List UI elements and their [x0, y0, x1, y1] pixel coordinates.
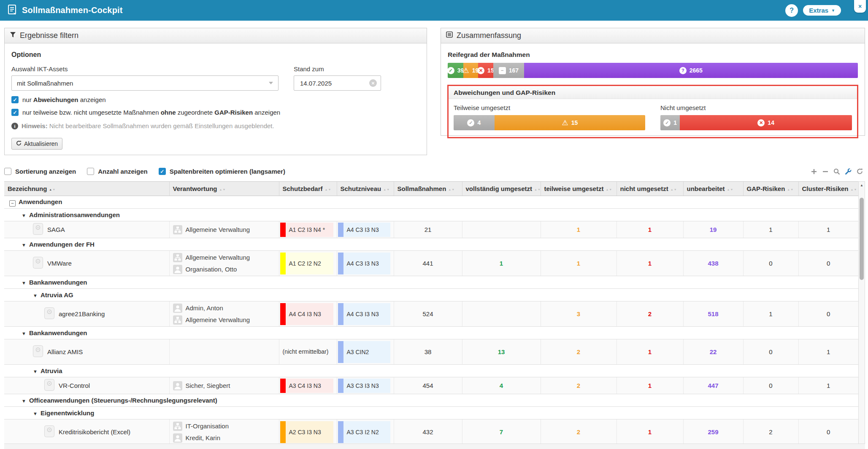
check-circle-icon: ✓ [467, 119, 474, 126]
page-title: Sollmaßnahmen-Cockpit [22, 5, 123, 15]
maturity-heading: Reifegrad der Maßnahmen [448, 51, 858, 59]
date-input[interactable]: 14.07.2025 ✕ [294, 75, 381, 91]
nicht-value: 1 [617, 419, 683, 445]
table-row-group[interactable]: ▼Atruvia [4, 365, 858, 377]
bar-segment-ohne-gap: ✓1 [660, 115, 680, 130]
triangle-down-icon[interactable]: ▼ [33, 411, 38, 416]
triangle-down-icon[interactable]: ▼ [22, 280, 26, 285]
responsible-name: Organisation, Otto [186, 264, 237, 274]
group-label: Anwendungen [19, 198, 62, 205]
asset-name[interactable]: Kreditrisikobericht (Excel) [59, 428, 130, 436]
help-button[interactable]: ? [785, 4, 798, 17]
question-icon: ? [790, 7, 794, 14]
extras-button[interactable]: Extras ▼ [803, 5, 841, 16]
triangle-down-icon[interactable]: ▼ [22, 331, 26, 336]
minus-square-icon: − [499, 67, 506, 74]
table-row-asset[interactable]: VR-ControlSicher, SiegbertA3 C4 I3 N3A3 … [4, 377, 858, 394]
bar-segment-nicht-bearbeitbar: −167 [493, 63, 524, 78]
column-header-3[interactable]: Schutzbedarf▲▼ [279, 182, 337, 196]
table-row-asset[interactable]: VMWareAllgemeine VerwaltungOrganisation,… [4, 251, 858, 276]
collapse-icon[interactable]: − [9, 200, 16, 207]
triangle-down-icon[interactable]: ▼ [33, 369, 38, 374]
zoom-in-icon[interactable] [811, 168, 817, 175]
column-header-11[interactable]: Cluster-Risiken▲▼ [798, 182, 858, 196]
ikt-assets-select[interactable]: mit Sollmaßnahmen [11, 75, 279, 91]
column-header-10[interactable]: GAP-Risiken▲▼ [743, 182, 798, 196]
chevron-down-icon: ▼ [831, 8, 835, 13]
table-row-group[interactable]: ▼Eigenentwicklung [4, 407, 858, 419]
triangle-down-icon[interactable]: ▼ [22, 242, 26, 247]
asset-icon [44, 379, 54, 392]
nicht-value: 1 [617, 251, 683, 276]
asset-name[interactable]: VR-Control [59, 382, 90, 389]
schutzbedarf-chip: A1 C2 I2 N2 [280, 253, 333, 274]
group-label: Anwendungen der FH [29, 241, 95, 248]
scroll-up-icon[interactable]: ▲ [859, 182, 865, 188]
column-header-4[interactable]: Schutzniveau▲▼ [337, 182, 394, 196]
deviations-checkbox[interactable]: ✓ [11, 96, 19, 103]
table-row-asset[interactable]: SAGAAllgemeine VerwaltungA1 C2 I3 N4 *A4… [4, 221, 858, 238]
column-header-8[interactable]: nicht umgesetzt▲▼ [617, 182, 683, 196]
summary-panel: Zusammenfassung Reifegrad der Maßnahmen … [441, 28, 865, 136]
clear-date-icon[interactable]: ✕ [369, 79, 377, 87]
soll-value: 21 [394, 221, 462, 238]
gap-checkbox[interactable]: ✓ [11, 109, 19, 116]
person-icon [173, 265, 182, 274]
soll-value: 454 [394, 377, 462, 394]
column-header-6[interactable]: vollständig umgesetzt▲▼ [462, 182, 541, 196]
group-label: Officeanwendungen (Steuerungs-/Rechnungs… [29, 397, 217, 404]
chevron-down-icon [269, 82, 273, 84]
table-row-asset[interactable]: Allianz AMIS(nicht ermittelbar)A3 CIN238… [4, 339, 858, 365]
asset-icon [44, 425, 54, 438]
column-header-5[interactable]: Sollmaßnahmen▲▼ [394, 182, 462, 196]
scrollbar-thumb[interactable] [860, 198, 864, 280]
asset-name[interactable]: SAGA [47, 226, 65, 233]
cluster-value: 0 [798, 251, 858, 276]
column-label: Bezeichnung [8, 185, 47, 192]
teil-value: 3 [541, 301, 617, 327]
table-row-group[interactable]: ▼Administrationsanwendungen [4, 209, 858, 221]
gap-value: 0 [743, 339, 798, 365]
zoom-out-icon[interactable] [822, 168, 829, 175]
close-icon: × [858, 3, 862, 10]
table-row-group[interactable]: ▼Bankanwendungen [4, 327, 858, 339]
bar-segment-teilweise-umgesetzt: ⚠19 [463, 63, 478, 78]
table-header-row: Bezeichnung▲▼Verantwortung▲▼Schutzbedarf… [4, 182, 858, 196]
triangle-down-icon[interactable]: ▼ [22, 398, 26, 403]
bar-segment-nicht: ✕14 [680, 115, 852, 130]
close-button[interactable]: × [854, 0, 866, 13]
table-row-group[interactable]: ▼Officeanwendungen (Steuerungs-/Rechnung… [4, 394, 858, 407]
column-header-2[interactable]: Verantwortung▲▼ [169, 182, 279, 196]
search-icon[interactable] [833, 168, 840, 175]
segment-value: 2665 [690, 67, 703, 74]
asset-name[interactable]: VMWare [47, 260, 72, 267]
table-row-asset[interactable]: agree21BankingAdmin, AntonAllgemeine Ver… [4, 301, 858, 327]
unbearbeitet-value: 19 [683, 221, 743, 238]
unbearbeitet-value: 438 [683, 251, 743, 276]
teil-value: 2 [541, 377, 617, 394]
table-row-asset[interactable]: Kreditrisikobericht (Excel)IT-Organisati… [4, 419, 858, 445]
sort-checkbox[interactable] [4, 168, 11, 175]
responsible-name: Sicher, Siegbert [186, 381, 230, 391]
schutzniveau-value: A3 CIN2 [343, 341, 390, 363]
refresh-button[interactable]: Aktualisieren [11, 138, 62, 150]
triangle-down-icon[interactable]: ▼ [33, 293, 38, 298]
triangle-down-icon[interactable]: ▼ [22, 213, 26, 218]
column-header-7[interactable]: teilweise umgesetzt▲▼ [541, 182, 617, 196]
vertical-scrollbar[interactable]: ▲ [858, 181, 865, 449]
schutzniveau-value: A4 C3 I3 N3 [343, 223, 390, 237]
table-row-group[interactable]: ▼Atruvia AG [4, 289, 858, 301]
segment-value: 167 [509, 67, 519, 74]
table-row-group[interactable]: ▼Anwendungen der FH [4, 238, 858, 251]
asset-name[interactable]: Allianz AMIS [47, 348, 83, 355]
table-row-group[interactable]: ▼Bankanwendungen [4, 276, 858, 289]
column-header-9[interactable]: unbearbeitet▲▼ [683, 182, 743, 196]
refresh-icon[interactable] [856, 168, 863, 175]
schutzniveau-chip: A4 C3 I3 N3 [338, 223, 390, 237]
count-checkbox[interactable] [87, 168, 94, 175]
table-row-group[interactable]: −Anwendungen [4, 196, 858, 209]
optimize-checkbox[interactable]: ✓ [159, 168, 166, 175]
column-header-1[interactable]: Bezeichnung▲▼ [4, 182, 169, 196]
asset-name[interactable]: agree21Banking [59, 310, 105, 317]
wrench-icon[interactable] [845, 168, 852, 175]
